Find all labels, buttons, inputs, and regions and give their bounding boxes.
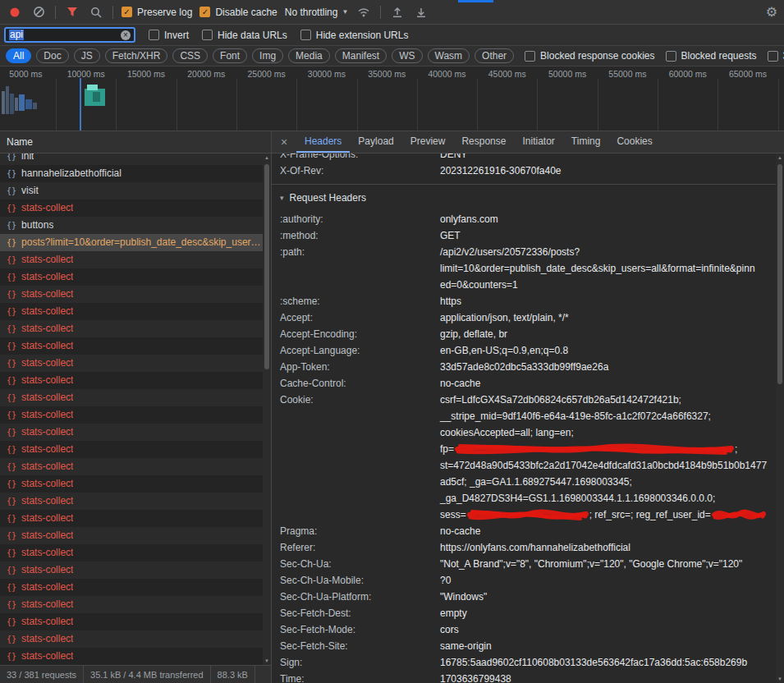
request-row[interactable]: {}stats-collect [0,458,271,475]
header-name: Sec-Fetch-Dest: [280,605,440,621]
filter-toggle-button[interactable] [64,4,80,21]
scroll-down-icon[interactable]: ▼ [776,675,784,683]
request-row[interactable]: {}init [0,154,271,165]
hide-data-urls-checkbox[interactable]: Hide data URLs [202,30,287,41]
preserve-log-checkbox[interactable]: ✓ Preserve log [121,7,192,18]
hide-extension-urls-checkbox[interactable]: Hide extension URLs [300,30,409,41]
record-network-log-button[interactable] [7,4,23,21]
active-panel-tab-indicator [458,0,493,2]
blocked-response-cookies-checkbox[interactable]: Blocked response cookies [525,50,654,62]
name-column-header[interactable]: Name [0,131,271,154]
request-row[interactable]: {}stats-collect [0,424,271,441]
3rd-party-requests-checkbox[interactable]: 3rd-party requests [768,50,784,62]
json-braces-icon: {} [7,424,16,441]
request-row[interactable]: {}stats-collect [0,355,271,372]
request-row[interactable]: {}stats-collect [0,303,271,320]
scroll-down-icon[interactable]: ▼ [263,657,271,665]
json-braces-icon: {} [7,217,16,234]
disable-cache-checkbox[interactable]: ✓ Disable cache [199,7,277,18]
type-filter-img[interactable]: Img [252,48,283,63]
request-row[interactable]: {}buttons [0,217,271,234]
request-row[interactable]: {}stats-collect [0,372,271,389]
tab-cookies[interactable]: Cookies [608,131,660,153]
resources-size: 88.3 kB [211,666,255,683]
request-row[interactable]: {}stats-collect [0,389,271,406]
scroll-up-icon[interactable]: ▲ [776,154,784,162]
request-row[interactable]: {}stats-collect [0,527,271,544]
request-row[interactable]: {}stats-collect [0,475,271,493]
request-row[interactable]: {}stats-collect [0,613,271,630]
scrollbar-thumb[interactable] [264,164,269,369]
tab-response[interactable]: Response [453,131,514,153]
request-row[interactable]: {}stats-collect [0,596,271,613]
request-row[interactable]: {}stats-collect [0,251,271,268]
tab-headers[interactable]: Headers [296,131,350,153]
request-row[interactable]: {}stats-collect [0,544,271,562]
type-filter-manifest[interactable]: Manifest [335,48,387,63]
search-button[interactable] [88,4,104,21]
header-value-line: csrf=LdfcGX4Sa72db06824c657db26a5d142472… [440,392,767,408]
request-list-scrollbar[interactable]: ▲ ▼ [263,154,271,665]
request-row[interactable]: {}visit [0,182,271,199]
request-row[interactable]: {}stats-collect [0,630,271,648]
type-filter-wasm[interactable]: Wasm [428,48,470,63]
scrollbar-thumb[interactable] [777,164,782,384]
search-icon [90,7,102,18]
settings-gear-icon[interactable]: ⚙ [766,4,777,20]
request-row[interactable]: {}stats-collect [0,510,271,527]
type-filter-fetch-xhr[interactable]: Fetch/XHR [105,48,168,63]
header-value: onlyfans.com [440,211,498,227]
request-row[interactable]: {}stats-collect [0,337,271,355]
request-row[interactable]: {}stats-collect [0,199,271,217]
clear-network-log-button[interactable] [30,4,47,21]
type-filter-other[interactable]: Other [475,48,514,63]
type-filter-doc[interactable]: Doc [36,48,68,63]
invert-checkbox[interactable]: Invert [149,30,189,41]
network-conditions-button[interactable] [355,4,372,21]
request-row[interactable]: {}stats-collect [0,286,271,303]
filter-input[interactable]: api × [4,27,135,43]
type-filter-media[interactable]: Media [288,48,330,63]
type-filter-js[interactable]: JS [74,48,100,63]
type-filter-ws[interactable]: WS [392,48,422,63]
details-scrollbar[interactable]: ▲ ▼ [776,154,784,683]
request-row[interactable]: {}stats-collect [0,493,271,510]
request-row[interactable]: {}stats-collect [0,648,271,665]
header-value: 202312261916-30670fa40e [440,163,561,179]
export-har-button[interactable] [389,4,406,21]
throttling-dropdown[interactable]: No throttling ▼ [285,7,349,18]
header-value-text: ; ref_src=; reg_ref_user_id= [589,507,711,523]
header-value: application/json, text/plain, */* [440,309,569,326]
header-name: X-Of-Rev: [280,163,440,179]
blocked-requests-checkbox[interactable]: Blocked requests [666,50,757,62]
request-row[interactable]: {}stats-collect [0,562,271,579]
request-row[interactable]: {}stats-collect [0,441,271,458]
tab-timing[interactable]: Timing [563,131,609,153]
request-row[interactable]: {}stats-collect [0,406,271,424]
timeline-label: 30000 ms [298,69,355,79]
tab-initiator[interactable]: Initiator [514,131,562,153]
scroll-up-icon[interactable]: ▲ [263,154,271,162]
tab-preview[interactable]: Preview [402,131,454,153]
timeline-label: 20000 ms [177,69,235,79]
header-value-line: ed=0&counters=1 [440,277,755,293]
close-details-button[interactable]: × [272,131,296,153]
request-headers-section-header[interactable]: ▾ Request Headers [280,185,776,211]
type-filter-all[interactable]: All [6,48,31,63]
request-row[interactable]: {}stats-collect [0,579,271,596]
timeline-label: 10000 ms [57,69,115,79]
network-overview-timeline[interactable]: 5000 ms10000 ms15000 ms20000 ms25000 ms3… [0,66,784,131]
tab-payload[interactable]: Payload [350,131,401,153]
request-details-pane: × HeadersPayloadPreviewResponseInitiator… [272,131,784,683]
header-row: X-Frame-Options:DENY [280,154,776,163]
request-row[interactable]: {}stats-collect [0,268,271,286]
type-filter-font[interactable]: Font [213,48,247,63]
type-filter-css[interactable]: CSS [172,48,208,63]
import-har-button[interactable] [413,4,429,21]
header-name: Sec-Ch-Ua-Platform: [280,589,440,605]
request-row[interactable]: {}stats-collect [0,320,271,337]
request-row[interactable]: {}posts?limit=10&order=publish_date_desc… [0,234,271,251]
request-row[interactable]: {}hannahelizabethofficial [0,165,271,182]
clear-filter-icon[interactable]: × [121,30,131,40]
header-value: https://onlyfans.com/hannahelizabethoffi… [440,539,630,556]
